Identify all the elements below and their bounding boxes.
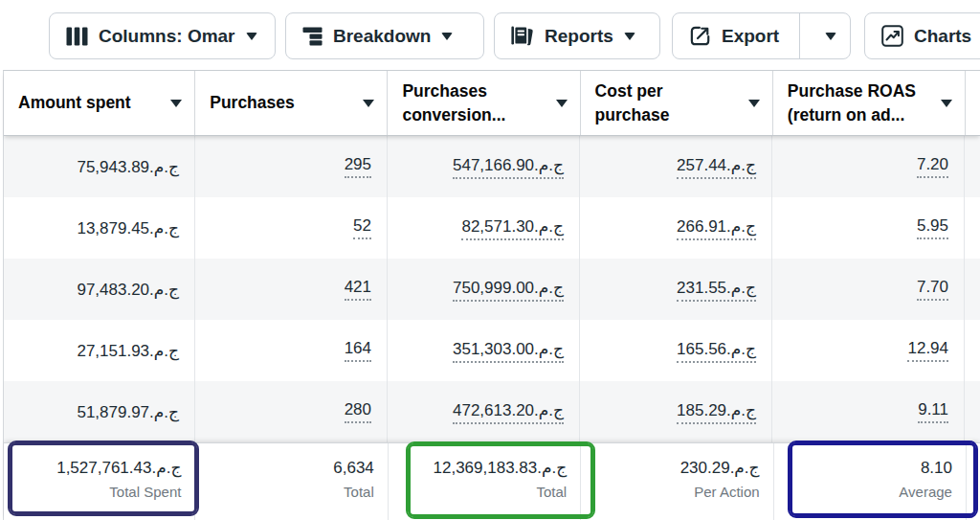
breakdown-button[interactable]: Breakdown [285, 12, 484, 59]
cell-r0c4: 7.20 [772, 136, 965, 197]
export-split-button: Export [672, 12, 851, 59]
total-cell-1: 6,634Total [195, 443, 388, 520]
cell-r3c3: ج.م.165.56 [580, 320, 772, 381]
sort-caret-icon [748, 100, 760, 107]
cell-value[interactable]: ج.م.165.56 [677, 339, 756, 363]
table-row[interactable]: ج.م.75,943.89295ج.م.547,166.90ج.م.257.44… [4, 136, 980, 197]
table-row[interactable]: ج.م.27,151.93164ج.م.351,303.00ج.م.165.56… [4, 320, 980, 381]
header-sliver [966, 71, 980, 135]
reports-button[interactable]: Reports [494, 12, 660, 59]
cell-r1c3: ج.م.266.91 [580, 197, 772, 259]
cell-value[interactable]: ج.م.351,303.00 [453, 339, 564, 363]
column-header-label: Amount spent [18, 91, 131, 115]
cell-r2c0: ج.م.97,483.20 [4, 259, 195, 320]
cell-value[interactable]: ج.م.257.44 [677, 155, 756, 179]
sort-caret-icon [170, 100, 182, 107]
charts-icon [881, 25, 903, 47]
cell-r4c1: 280 [195, 381, 388, 442]
total-label: Per Action [694, 480, 759, 505]
cell-value[interactable]: ج.م.82,571.30 [461, 216, 564, 240]
cell-value[interactable]: 5.95 [917, 216, 948, 239]
export-button[interactable]: Export [673, 13, 799, 58]
column-header-label: Purchase ROAS (return on ad... [788, 79, 922, 127]
cell-value[interactable]: 7.70 [917, 278, 948, 301]
sort-caret-icon [363, 100, 374, 107]
cell-r1c2: ج.م.82,571.30 [388, 197, 580, 259]
cell-r4c2: ج.م.472,613.20 [388, 381, 580, 442]
total-value: 6,634 [333, 456, 374, 480]
chevron-down-icon [246, 33, 257, 40]
cell-r2c3: ج.م.231.55 [580, 259, 772, 320]
ads-manager-table-view: Columns: Omar Breakdown Reports Export C… [0, 0, 980, 520]
table-body: ج.م.75,943.89295ج.م.547,166.90ج.م.257.44… [4, 136, 980, 442]
cell-value[interactable]: 280 [345, 400, 371, 423]
cell-value: ج.م.97,483.20 [77, 280, 179, 300]
charts-button-label: Charts [914, 26, 971, 47]
columns-button-label: Columns: Omar [99, 26, 235, 47]
table-row[interactable]: ج.م.97,483.20421ج.م.750,999.00ج.م.231.55… [4, 259, 980, 320]
toolbar: Columns: Omar Breakdown Reports Export C… [0, 0, 980, 70]
charts-button[interactable]: Charts [864, 12, 980, 59]
cell-r2c1: 421 [195, 259, 388, 320]
table-row[interactable]: ج.م.13,879.4552ج.م.82,571.30ج.م.266.915.… [4, 197, 980, 259]
cell-r1c4: 5.95 [772, 197, 965, 259]
cell-value[interactable]: ج.م.266.91 [677, 216, 756, 240]
cell-value: ج.م.75,943.89 [77, 157, 179, 177]
cell-r3c4: 12.94 [772, 320, 965, 381]
breakdown-icon [302, 27, 323, 46]
cell-value[interactable]: 295 [345, 155, 371, 178]
reports-icon [511, 25, 534, 48]
cell-value[interactable]: ج.م.750,999.00 [453, 278, 564, 302]
cell-value[interactable]: ج.م.547,166.90 [453, 155, 564, 179]
cell-r4c0: ج.م.51,879.97 [4, 381, 195, 442]
annotation-box-roas-average [790, 442, 976, 516]
cell-r4c4: 9.11 [772, 381, 965, 442]
column-header-label: Purchases [210, 91, 295, 115]
cell-value[interactable]: ج.م.185.29 [677, 400, 756, 424]
annotation-box-total-spent [10, 442, 197, 514]
export-dropdown-button[interactable] [799, 13, 850, 58]
column-header-label: Purchases conversion... [402, 79, 536, 127]
total-value: ج.م.230.29 [680, 456, 760, 480]
cell-value[interactable]: ج.م.231.55 [677, 278, 756, 302]
cell-value[interactable]: 9.11 [918, 400, 948, 423]
sort-caret-icon [941, 100, 952, 107]
cell-sliver [965, 197, 980, 259]
cell-value[interactable]: 7.20 [917, 155, 948, 178]
cell-value: ج.م.51,879.97 [77, 402, 179, 422]
cell-value[interactable]: 421 [345, 278, 371, 301]
cell-sliver [965, 136, 980, 197]
total-cell-3: ج.م.230.29Per Action [581, 443, 773, 520]
sort-caret-icon [556, 100, 568, 107]
cell-r2c4: 7.70 [772, 259, 965, 320]
chevron-down-icon [441, 33, 453, 40]
column-header-3[interactable]: Cost per purchase [581, 71, 773, 135]
cell-r0c3: ج.م.257.44 [580, 136, 772, 197]
cell-sliver [965, 381, 980, 442]
export-icon [689, 25, 711, 47]
column-header-label: Cost per purchase [595, 79, 729, 127]
cell-r2c2: ج.م.750,999.00 [388, 259, 580, 320]
chevron-down-icon [624, 33, 635, 40]
table-row[interactable]: ج.م.51,879.97280ج.م.472,613.20ج.م.185.29… [4, 381, 980, 442]
cell-value: ج.م.13,879.45 [77, 218, 179, 238]
annotation-box-conversion-value-total [408, 443, 593, 517]
column-header-1[interactable]: Purchases [195, 71, 388, 135]
total-label: Total [344, 480, 374, 505]
table-header-row: Amount spentPurchasesPurchases conversio… [4, 71, 980, 136]
cell-value[interactable]: 52 [353, 216, 371, 239]
cell-r3c2: ج.م.351,303.00 [388, 320, 580, 381]
cell-r1c1: 52 [195, 197, 388, 259]
column-header-4[interactable]: Purchase ROAS (return on ad... [773, 71, 966, 135]
cell-value: ج.م.27,151.93 [77, 341, 179, 361]
cell-r0c0: ج.م.75,943.89 [4, 136, 195, 197]
column-header-2[interactable]: Purchases conversion... [388, 71, 580, 135]
cell-value[interactable]: 12.94 [907, 339, 948, 362]
cell-value[interactable]: 164 [345, 339, 371, 362]
column-header-0[interactable]: Amount spent [4, 71, 195, 135]
cell-r0c2: ج.م.547,166.90 [388, 136, 580, 197]
breakdown-button-label: Breakdown [333, 26, 431, 47]
cell-sliver [965, 259, 980, 320]
columns-button[interactable]: Columns: Omar [49, 12, 276, 59]
cell-value[interactable]: ج.م.472,613.20 [453, 400, 564, 424]
